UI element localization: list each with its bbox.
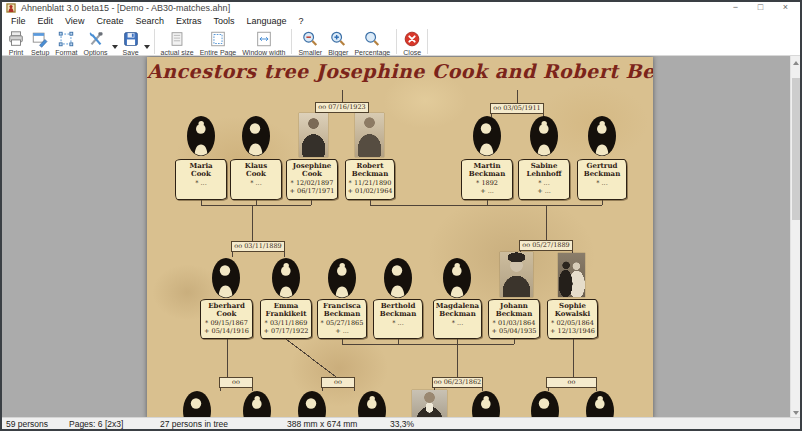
minimize-button[interactable]: − xyxy=(723,2,748,14)
status-persons-in-tree: 27 persons in tree xyxy=(160,419,228,429)
marriage-label-eberhard-emma: oo 03/11/1889 xyxy=(231,241,285,252)
person-box-francisca-beckman[interactable]: FranciscaBeckman * 05/27/1865+ ... xyxy=(317,299,367,339)
menu-edit[interactable]: Edit xyxy=(32,14,60,28)
close-window-button[interactable]: × xyxy=(773,2,798,14)
portrait-silhouette-eberhard-cook xyxy=(211,257,241,299)
maximize-button[interactable]: □ xyxy=(748,2,773,14)
person-box-robert-beckman[interactable]: RobertBeckman * 11/21/1890+ 01/02/1964 xyxy=(345,159,395,200)
toolbar-separator xyxy=(291,29,292,54)
marriage-label-sophie-parents: oo xyxy=(546,377,597,388)
app-icon xyxy=(6,3,16,13)
toolbar-separator xyxy=(396,29,397,54)
magnifier-plus-icon xyxy=(329,30,347,48)
photo-johann-beckman xyxy=(500,252,533,297)
portrait-silhouette-magdalena-beckman xyxy=(442,257,472,299)
toolbar-separator xyxy=(427,29,428,54)
portrait-silhouette-maria-cook xyxy=(186,115,216,157)
portrait-silhouette-ancestor xyxy=(471,390,501,417)
actual-size-icon xyxy=(168,30,186,48)
person-box-gertrud-beckman[interactable]: GertrudBeckman * ... xyxy=(577,159,627,200)
status-persons-count: 59 persons xyxy=(6,419,48,429)
portrait-silhouette-ancestor xyxy=(585,390,615,417)
portrait-silhouette-sabine-lehnhoff xyxy=(529,115,559,157)
person-box-klaus-cook[interactable]: KlausCook * ... xyxy=(230,159,282,200)
actual-size-button[interactable]: actual size xyxy=(158,29,197,57)
portrait-silhouette-ancestor xyxy=(182,390,212,417)
zoom-smaller-button[interactable]: Smaller xyxy=(295,29,325,57)
options-dropdown-arrow[interactable] xyxy=(112,45,118,49)
status-zoom-level: 33,3% xyxy=(390,419,414,429)
menu-search[interactable]: Search xyxy=(129,14,170,28)
title-bar: Ahnenblatt 3.0 beta15 - [Demo - AB30-mat… xyxy=(2,2,800,14)
scroll-down-button[interactable] xyxy=(791,406,800,417)
portrait-silhouette-ancestor xyxy=(242,390,272,417)
printer-icon xyxy=(7,30,25,48)
marriage-label-martin-sabine: oo 03/05/1911 xyxy=(490,103,544,114)
portrait-silhouette-berthold-beckman xyxy=(383,257,413,299)
tree-preview-page: Ancestors tree Josephine Cook and Robert… xyxy=(147,57,653,417)
entire-page-icon xyxy=(209,30,227,48)
menu-language[interactable]: Language xyxy=(240,14,292,28)
photo-josephine-cook xyxy=(299,113,328,157)
menu-tools[interactable]: Tools xyxy=(207,14,240,28)
marriage-label-emma-parents: oo xyxy=(321,377,355,388)
person-box-emma-frankikeit[interactable]: EmmaFrankikeit * 03/11/1869+ 07/17/1922 xyxy=(260,299,312,339)
person-box-sophie-kowalski[interactable]: SophieKowalski * 02/05/1864+ 12/13/1946 xyxy=(547,299,598,339)
marriage-label-eberhard-parents: oo xyxy=(219,377,253,388)
marriage-label-josephine-robert: oo 07/16/1923 xyxy=(315,102,369,113)
person-box-maria-cook[interactable]: MariaCook * ... xyxy=(175,159,227,200)
person-box-martin-beckman[interactable]: MartinBeckman * 1892+ ... xyxy=(461,159,513,200)
save-button[interactable]: Save xyxy=(119,29,143,57)
status-pages: Pages: 6 [2x3] xyxy=(69,419,123,429)
window-title: Ahnenblatt 3.0 beta15 - [Demo - AB30-mat… xyxy=(21,3,230,13)
tree-title: Ancestors tree Josephine Cook and Robert… xyxy=(147,60,653,82)
scrollbar-thumb[interactable] xyxy=(792,78,800,220)
portrait-silhouette-ancestor xyxy=(297,390,327,417)
scroll-up-button[interactable] xyxy=(791,56,800,69)
person-box-johann-beckman[interactable]: JohannBeckman * 01/03/1864+ 05/04/1935 xyxy=(488,299,540,339)
portrait-silhouette-ancestor xyxy=(357,390,387,417)
entire-page-button[interactable]: Entire Page xyxy=(197,29,240,57)
portrait-silhouette-martin-beckman xyxy=(472,115,502,157)
setup-button[interactable]: Setup xyxy=(28,29,52,57)
marriage-label-johann-sophie: oo 05/27/1889 xyxy=(519,240,573,251)
magnifier-icon xyxy=(363,30,381,48)
person-box-josephine-cook[interactable]: JosephineCook * 12/02/1897+ 06/17/1971 xyxy=(286,159,338,200)
preview-area: Ancestors tree Josephine Cook and Robert… xyxy=(2,56,800,417)
portrait-silhouette-francisca-beckman xyxy=(327,257,357,299)
close-preview-button[interactable]: Close xyxy=(400,29,424,57)
menu-create[interactable]: Create xyxy=(90,14,129,28)
print-button[interactable]: Print xyxy=(4,29,28,57)
person-box-magdalena-beckman[interactable]: MagdalenaBeckman * ... xyxy=(433,299,482,339)
window-width-button[interactable]: Window width xyxy=(239,29,288,57)
person-box-berthold-beckman[interactable]: BertholdBeckman * ... xyxy=(373,299,423,339)
person-box-eberhard-cook[interactable]: EberhardCook * 09/15/1867+ 05/14/1916 xyxy=(200,299,253,339)
status-bar: 59 persons Pages: 6 [2x3] 27 persons in … xyxy=(2,417,800,429)
portrait-silhouette-ancestor xyxy=(530,390,560,417)
menu-extras[interactable]: Extras xyxy=(170,14,208,28)
menu-view[interactable]: View xyxy=(59,14,90,28)
portrait-silhouette-emma-frankikeit xyxy=(271,257,301,299)
portrait-silhouette-klaus-cook xyxy=(241,115,271,157)
zoom-bigger-button[interactable]: Bigger xyxy=(325,29,351,57)
tree-connector-lines xyxy=(147,57,653,417)
format-button[interactable]: Format xyxy=(52,29,80,57)
menu-bar: File Edit View Create Search Extras Tool… xyxy=(2,14,800,28)
tools-options-icon xyxy=(87,30,105,48)
vertical-scrollbar[interactable] xyxy=(790,56,800,417)
menu-help[interactable]: ? xyxy=(293,14,310,28)
selection-format-icon xyxy=(57,30,75,48)
options-button[interactable]: Options xyxy=(80,29,110,57)
close-icon xyxy=(403,30,421,48)
menu-file[interactable]: File xyxy=(5,14,32,28)
save-floppy-icon xyxy=(122,30,140,48)
zoom-percentage-button[interactable]: Percentage xyxy=(351,29,393,57)
person-box-sabine-lehnhoff[interactable]: SabineLehnhoff * ...+ ... xyxy=(518,159,570,200)
photo-ancestor xyxy=(412,390,447,417)
photo-sophie-kowalski xyxy=(558,253,585,297)
toolbar-separator xyxy=(154,29,155,54)
window-width-icon xyxy=(255,30,273,48)
save-dropdown-arrow[interactable] xyxy=(144,45,150,49)
magnifier-minus-icon xyxy=(301,30,319,48)
toolbar: Print Setup Format xyxy=(2,28,800,56)
